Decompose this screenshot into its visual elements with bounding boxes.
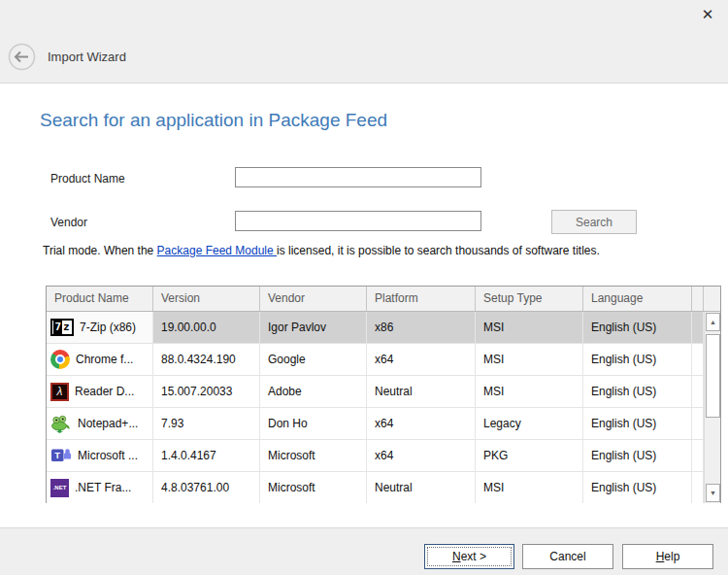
cell-vendor: Google xyxy=(260,344,367,375)
table-row-adobe-reader[interactable]: λ Reader D... 15.007.20033 Adobe Neutral… xyxy=(47,376,720,408)
vendor-input[interactable] xyxy=(235,211,481,231)
7zip-icon-7: 7 xyxy=(53,321,62,334)
cell-vendor: Microsoft xyxy=(260,472,367,503)
notepad-plus-plus-icon xyxy=(50,414,72,433)
cell-product-name: Microsoft ... xyxy=(78,449,138,462)
cell-version: 7.93 xyxy=(153,408,260,439)
column-header-filler xyxy=(692,287,704,311)
cell-vendor: Adobe xyxy=(260,376,367,407)
cell-vendor: Igor Pavlov xyxy=(260,312,367,343)
column-header-product-name[interactable]: Product Name xyxy=(47,287,153,311)
cell-product-name: Notepad+... xyxy=(78,417,138,430)
svg-text:T: T xyxy=(54,450,60,460)
close-icon[interactable]: ✕ xyxy=(695,3,720,26)
scroll-down-icon[interactable]: ▼ xyxy=(706,484,720,502)
column-header-language[interactable]: Language xyxy=(583,287,692,311)
table-body: 7z 7-Zip (x86) 19.00.00.0 Igor Pavlov x8… xyxy=(47,312,720,503)
cell-setup-type: MSI xyxy=(476,376,583,407)
cell-version: 1.4.0.4167 xyxy=(153,440,260,471)
trial-text-suffix: is licensed, it is possible to search th… xyxy=(277,244,600,257)
7zip-icon: 7z xyxy=(50,319,74,336)
product-name-label: Product Name xyxy=(50,172,125,186)
cell-language: English (US) xyxy=(583,472,692,503)
cell-language: English (US) xyxy=(583,408,692,439)
cell-vendor: Microsoft xyxy=(260,440,367,471)
search-button[interactable]: Search xyxy=(551,210,637,234)
cell-version: 4.8.03761.00 xyxy=(153,472,260,503)
cell-setup-type: MSI xyxy=(476,344,583,375)
cell-setup-type: Legacy xyxy=(476,408,583,439)
cell-platform: Neutral xyxy=(367,472,476,503)
trial-text-prefix: Trial mode. When the xyxy=(43,244,157,257)
next-button[interactable]: Next > xyxy=(424,544,514,569)
microsoft-teams-icon: T xyxy=(50,446,72,465)
cell-version: 15.007.20033 xyxy=(153,376,260,407)
scrollbar-thumb[interactable] xyxy=(706,334,720,418)
cell-language: English (US) xyxy=(583,312,692,343)
cell-platform: x86 xyxy=(367,312,476,343)
column-header-platform[interactable]: Platform xyxy=(367,287,476,311)
column-header-setup-type[interactable]: Setup Type xyxy=(476,287,583,311)
cell-filler xyxy=(692,376,704,407)
cell-filler xyxy=(692,472,704,503)
chrome-icon xyxy=(50,350,70,369)
cell-product-name: Reader D... xyxy=(75,385,134,398)
cell-vendor: Don Ho xyxy=(260,408,367,439)
cell-filler xyxy=(692,408,704,439)
cell-language: English (US) xyxy=(583,440,692,471)
column-header-scroll-corner xyxy=(704,287,720,311)
next-label-rest: ext > xyxy=(461,550,486,563)
page-title: Search for an application in Package Fee… xyxy=(40,110,387,131)
cell-setup-type: MSI xyxy=(476,312,583,343)
table-row-notepad-plus-plus[interactable]: Notepad+... 7.93 Don Ho x64 Legacy Engli… xyxy=(47,408,720,440)
cell-setup-type: MSI xyxy=(476,472,583,503)
wizard-title: Import Wizard xyxy=(48,50,126,64)
cell-setup-type: PKG xyxy=(476,440,583,471)
table-row-chrome[interactable]: Chrome f... 88.0.4324.190 Google x64 MSI… xyxy=(47,344,720,376)
dotnet-icon: .NET xyxy=(50,479,69,497)
back-arrow-icon xyxy=(8,43,36,71)
cancel-button[interactable]: Cancel xyxy=(522,544,613,569)
cell-filler xyxy=(692,440,704,471)
next-accelerator: N xyxy=(452,550,461,563)
footer-bar: Next > Cancel Help xyxy=(0,527,728,575)
help-label-rest: elp xyxy=(664,550,679,563)
cell-product-name: .NET Fra... xyxy=(75,481,131,494)
results-table: Product Name Version Vendor Platform Set… xyxy=(46,286,721,503)
adobe-reader-icon: λ xyxy=(50,383,69,401)
column-header-vendor[interactable]: Vendor xyxy=(260,287,367,311)
cell-language: English (US) xyxy=(583,344,692,375)
cell-filler xyxy=(692,312,704,343)
cell-version: 88.0.4324.190 xyxy=(153,344,260,375)
table-row-dotnet-framework[interactable]: .NET .NET Fra... 4.8.03761.00 Microsoft … xyxy=(47,472,720,503)
7zip-icon-z: z xyxy=(62,321,71,334)
column-header-version[interactable]: Version xyxy=(153,287,260,311)
scroll-up-icon[interactable]: ▲ xyxy=(706,313,720,331)
product-name-input[interactable] xyxy=(235,167,481,187)
table-header-row: Product Name Version Vendor Platform Set… xyxy=(47,287,720,312)
cell-product-name: Chrome f... xyxy=(76,353,133,366)
table-row-microsoft-teams[interactable]: T Microsoft ... 1.4.0.4167 Microsoft x64… xyxy=(47,440,720,472)
back-button[interactable] xyxy=(8,43,36,71)
wizard-header: ✕ Import Wizard xyxy=(0,0,728,84)
cell-filler xyxy=(692,344,704,375)
package-feed-module-link[interactable]: Package Feed Module xyxy=(157,244,277,257)
cell-platform: Neutral xyxy=(367,376,476,407)
cell-language: English (US) xyxy=(583,376,692,407)
cell-version: 19.00.00.0 xyxy=(153,312,260,343)
help-button[interactable]: Help xyxy=(622,544,713,569)
cell-platform: x64 xyxy=(367,440,476,471)
vendor-label: Vendor xyxy=(50,216,87,229)
cell-platform: x64 xyxy=(367,344,476,375)
cell-platform: x64 xyxy=(367,408,476,439)
trial-notice: Trial mode. When the Package Feed Module… xyxy=(43,244,600,257)
table-scrollbar[interactable]: ▲ ▼ xyxy=(704,312,720,503)
table-row-7zip[interactable]: 7z 7-Zip (x86) 19.00.00.0 Igor Pavlov x8… xyxy=(47,312,720,344)
cell-product-name: 7-Zip (x86) xyxy=(80,321,136,334)
